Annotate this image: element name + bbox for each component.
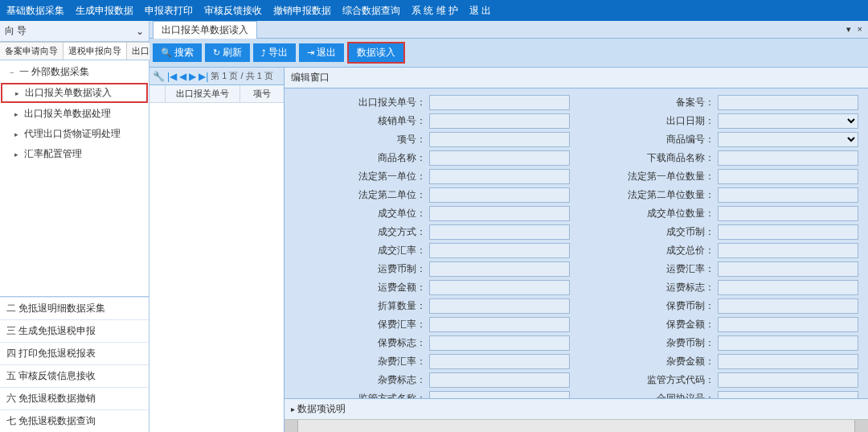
form-field[interactable] <box>718 391 858 398</box>
form-field[interactable] <box>429 354 570 369</box>
form-label: 保费币制： <box>576 299 718 313</box>
export-button[interactable]: ⤴导出 <box>253 43 296 62</box>
form-label: 成交方式： <box>288 225 429 239</box>
form-field[interactable] <box>718 187 858 203</box>
top-menu-item[interactable]: 退 出 <box>469 4 491 18</box>
top-menu-item[interactable]: 综合数据查询 <box>342 4 400 18</box>
data-read-button[interactable]: 数据读入 <box>347 42 405 64</box>
form-field[interactable] <box>718 298 858 314</box>
tree-item[interactable]: ▸代理出口货物证明处理 <box>0 124 149 144</box>
form-row: 保费金额： <box>576 317 865 332</box>
sidebar-bottom: 二 免抵退明细数据采集三 生成免抵退税申报四 打印免抵退税报表五 审核反馈信息接… <box>0 296 149 432</box>
form-field[interactable] <box>429 372 570 388</box>
form-label: 杂费币制： <box>576 336 718 350</box>
form-field[interactable] <box>429 224 570 240</box>
form-field[interactable] <box>718 335 858 351</box>
tabbar-min-icon[interactable]: ▾ <box>844 24 854 35</box>
form-field[interactable] <box>718 280 858 295</box>
search-button[interactable]: 🔍搜索 <box>153 43 202 62</box>
chevron-right-icon: ▸ <box>14 130 21 138</box>
form-row: 出口日期： <box>576 113 865 129</box>
form-row: 核销单号： <box>288 113 576 129</box>
top-menu-item[interactable]: 生成申报数据 <box>76 4 133 18</box>
form-field[interactable] <box>429 335 570 351</box>
form-field[interactable] <box>429 132 570 147</box>
form-field[interactable] <box>429 169 570 184</box>
form-field[interactable] <box>718 372 858 388</box>
form-field[interactable] <box>429 187 570 203</box>
sidebar-link[interactable]: 四 打印免抵退税报表 <box>0 342 149 364</box>
tree-item[interactable]: ▸汇率配置管理 <box>0 144 149 164</box>
sidebar-collapse-icon[interactable]: ⌄ <box>136 26 144 37</box>
sidebar-link[interactable]: 二 免抵退明细数据采集 <box>0 297 149 319</box>
edit-window-title: 编辑窗口 <box>285 68 868 88</box>
last-icon[interactable]: ▶| <box>199 71 208 82</box>
top-menu-item[interactable]: 基础数据采集 <box>6 4 64 18</box>
top-menu-item[interactable]: 系 统 维 护 <box>411 4 458 18</box>
tree-item[interactable]: ▸出口报关单数据读入 <box>1 83 148 103</box>
form-field[interactable] <box>718 354 858 369</box>
form-field[interactable] <box>718 317 858 332</box>
exit-icon: ⇥ <box>307 47 314 58</box>
content-area: 🔧 |◀ ◀ ▶ ▶| 第 1 页 / 共 1 页 出口报关单号 项号 编辑窗口 <box>149 68 868 432</box>
sidebar-link[interactable]: 七 免抵退税数据查询 <box>0 409 149 432</box>
sidebar-link[interactable]: 五 审核反馈信息接收 <box>0 364 149 387</box>
sidebar-tab[interactable]: 备案申请向导 <box>0 42 63 60</box>
minus-icon: − <box>10 68 16 76</box>
top-menu-item[interactable]: 撤销申报数据 <box>273 4 331 18</box>
form-field[interactable] <box>718 132 858 147</box>
top-menu-item[interactable]: 申报表打印 <box>145 4 193 18</box>
form-field[interactable] <box>718 261 858 277</box>
form-field[interactable] <box>429 317 570 332</box>
form-row: 运费金额： <box>288 280 576 295</box>
sidebar-tab[interactable]: 退税申报向导 <box>63 42 127 60</box>
form-field[interactable] <box>429 298 570 314</box>
prev-icon[interactable]: ◀ <box>179 71 186 82</box>
list-col-item-no: 项号 <box>240 85 284 102</box>
form-field[interactable] <box>429 95 570 110</box>
first-icon[interactable]: |◀ <box>167 71 177 82</box>
next-icon[interactable]: ▶ <box>189 71 196 82</box>
footer-info[interactable]: ▸ 数据项说明 <box>285 398 868 419</box>
sidebar-link[interactable]: 三 生成免抵退税申报 <box>0 319 149 342</box>
form-label: 成交单位数量： <box>576 207 718 220</box>
form-label: 合同协议号： <box>576 392 718 398</box>
chevron-right-icon: ▸ <box>15 89 22 97</box>
chevron-right-icon: ▸ <box>14 110 21 118</box>
horizontal-scrollbar[interactable] <box>285 419 868 432</box>
form-field[interactable] <box>718 206 858 221</box>
tree-item[interactable]: ▸出口报关单数据处理 <box>0 104 149 124</box>
form-field[interactable] <box>718 169 858 184</box>
form-label: 监管方式代码： <box>576 373 718 387</box>
form-field[interactable] <box>429 113 570 129</box>
sidebar-link[interactable]: 六 免抵退税数据撤销 <box>0 387 149 409</box>
tabbar-close-icon[interactable]: × <box>855 24 865 35</box>
form-field[interactable] <box>718 95 858 110</box>
form-row: 保费标志： <box>288 335 576 351</box>
form-label: 下载商品名称： <box>576 151 718 165</box>
form-label: 运费汇率： <box>576 262 718 276</box>
form-label: 法定第二单位数量： <box>576 188 718 202</box>
form-field[interactable] <box>718 224 858 240</box>
form-field[interactable] <box>429 391 570 398</box>
form-field[interactable] <box>429 150 570 166</box>
form-label: 杂费汇率： <box>288 355 429 368</box>
form-field[interactable] <box>429 243 570 258</box>
form-label: 保费标志： <box>288 336 429 350</box>
form-row: 法定第二单位： <box>288 187 576 203</box>
refresh-button[interactable]: ↻刷新 <box>205 43 250 62</box>
form-field[interactable] <box>718 150 858 166</box>
wrench-icon[interactable]: 🔧 <box>153 71 165 82</box>
top-menu-item[interactable]: 审核反馈接收 <box>204 4 262 18</box>
form-field[interactable] <box>718 243 858 258</box>
exit-button[interactable]: ⇥退出 <box>299 43 344 62</box>
main-tab-active[interactable]: 出口报关单数据读入 <box>153 21 257 39</box>
form-scroll[interactable]: 出口报关单号：备案号：核销单号：出口日期：项号：商品编号：商品名称：下载商品名称… <box>285 88 868 398</box>
form-field[interactable] <box>429 261 570 277</box>
form-field[interactable] <box>429 280 570 295</box>
tree-group-1[interactable]: − 一 外部数据采集 <box>0 62 149 82</box>
form-row: 成交币制： <box>576 224 865 240</box>
form-field[interactable] <box>429 206 570 221</box>
form-field[interactable] <box>718 113 858 129</box>
chevron-right-icon: ▸ <box>14 150 21 158</box>
